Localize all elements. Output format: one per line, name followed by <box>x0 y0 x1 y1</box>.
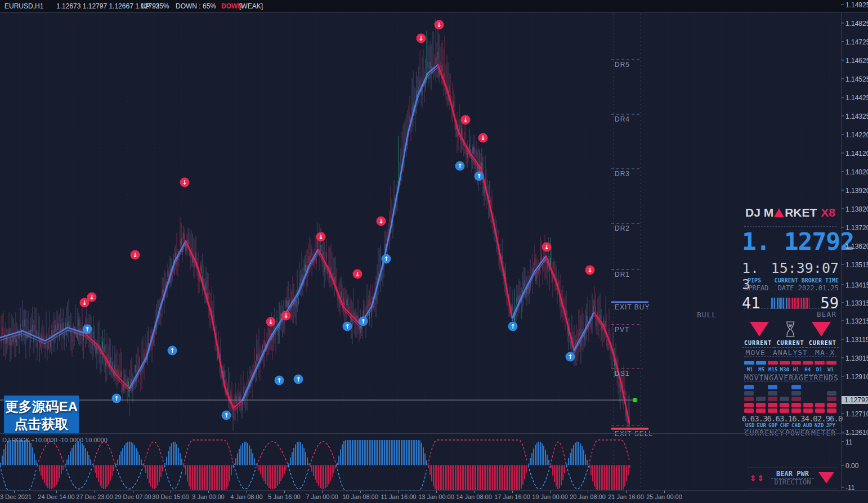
currency-code-chf: CHF <box>779 423 791 428</box>
power-segment <box>768 397 777 401</box>
power-segment <box>791 403 801 407</box>
dj-market-panel: DJ MRKETX8 1. 12792 1. 3 15:39:07 PIPS C… <box>742 204 839 433</box>
promo-ad-box[interactable]: 更多源码EA 点击获取 <box>4 396 79 434</box>
power-segment <box>803 403 813 407</box>
currency-value-nzd: 2.9 <box>817 414 830 423</box>
buy-arrow-icon: ↑ <box>169 347 175 354</box>
power-segment <box>756 403 766 407</box>
sell-arrow-icon: ↓ <box>463 116 468 124</box>
meter-bar <box>776 298 777 309</box>
promo-line1: 更多源码EA <box>5 398 78 415</box>
time-axis-tick <box>171 491 171 493</box>
power-segment <box>791 408 801 413</box>
time-axis-label: 10 Jan 08:00 <box>342 493 378 500</box>
meter-bar <box>781 298 782 309</box>
subwindow-separator[interactable] <box>0 433 868 434</box>
broker-time-label: CURRENT BROKER TIME <box>775 277 839 284</box>
time-axis-tick <box>399 491 399 493</box>
power-segment <box>780 403 789 407</box>
moving-average-trends-row: MOVING AVERAGE TRENDS <box>744 374 836 382</box>
currency-code-cad: CAD <box>790 423 802 428</box>
tf-trend-pill-h1 <box>791 361 802 365</box>
panel-divider <box>744 356 836 357</box>
time-axis-tick <box>284 491 285 493</box>
power-segment <box>791 391 801 396</box>
time-axis-tick <box>512 491 513 493</box>
time-axis-tick <box>322 491 323 493</box>
power-segment <box>768 403 777 407</box>
meter-bar <box>806 298 807 309</box>
buy-arrow-icon: ↑ <box>567 353 572 361</box>
time-axis-label: 11 Jan 16:00 <box>381 493 417 500</box>
current-max-label: CURRENT <box>807 340 839 348</box>
price-axis-label: 1.12610 <box>845 429 868 437</box>
power-segment <box>791 385 801 389</box>
time-axis-tick <box>588 491 588 493</box>
sell-arrow-icon: ↓ <box>283 312 288 320</box>
date-label: DATE 2022.01.25 <box>778 284 839 292</box>
price-axis-label: 1.14525 <box>845 75 868 83</box>
level-label-pvt: PVT <box>615 326 629 334</box>
buy-arrow-icon: ↑ <box>114 395 119 402</box>
triangle-logo-icon <box>774 208 784 217</box>
spread-label: SPREAD <box>742 284 768 292</box>
price-axis-label: 1.13415 <box>845 281 868 289</box>
price-axis-label: 1.14925 <box>845 1 868 9</box>
currency-power-bars <box>744 384 836 413</box>
signal-icons-row <box>742 321 839 338</box>
updown-arrows-icon: ⇕⇕ <box>750 471 765 483</box>
buy-arrow-icon: ↑ <box>383 255 388 263</box>
time-axis-label: 27 Dec 23:00 <box>76 493 113 500</box>
time-axis-label: 14 Jan 08:00 <box>456 493 492 500</box>
meter-bar <box>801 298 802 309</box>
time-axis-tick <box>550 491 551 493</box>
power-segment <box>815 403 825 407</box>
currency-column-gbp <box>768 385 777 413</box>
meter-bar <box>800 298 801 309</box>
price-axis-label: 1.13015 <box>845 354 868 362</box>
price-axis-label: 1.14120 <box>845 150 868 158</box>
power-segment <box>827 408 836 413</box>
time-axis-label: 19 Jan 00:00 <box>532 493 568 500</box>
currency-column-usd <box>744 385 754 413</box>
hourglass-icon <box>784 321 797 338</box>
tf-label-h1: H1 <box>790 367 802 372</box>
meter-bar <box>786 298 787 309</box>
tf-label-m5: M5 <box>756 367 768 372</box>
buy-arrow-icon: ↑ <box>223 412 229 419</box>
price-axis-label: 0.00 <box>845 462 858 470</box>
time-axis-label: 21 Jan 16:00 <box>608 493 644 500</box>
promo-line2: 点击获取 <box>15 415 69 433</box>
trends-label: TRENDS <box>809 374 839 382</box>
level-label-dr1: DR1 <box>615 271 630 279</box>
current-price-display: 1. 12792 <box>742 227 839 255</box>
current-max-triangle-down-icon <box>812 322 831 336</box>
buy-arrow-icon: ↑ <box>296 376 301 383</box>
sell-arrow-icon: ↓ <box>355 271 360 278</box>
meter-bar <box>788 298 789 309</box>
bear-value: 59 <box>820 294 839 312</box>
average-label: AVERAGE <box>774 374 809 382</box>
time-axis-label: 17 Jan 16:00 <box>494 493 530 500</box>
time-axis-label: 3 Jan 00:00 <box>192 493 225 500</box>
price-axis-label: 1.12710 <box>845 410 868 418</box>
scale-separator <box>841 12 842 490</box>
move-analyst-max-row: MOVE ANALYST MA-X <box>742 348 839 357</box>
power-segment <box>791 397 801 401</box>
time-axis-tick <box>436 491 437 493</box>
meter-bar <box>791 298 792 309</box>
tf-trend-pill-m1 <box>744 361 754 365</box>
tf-label-m30: M30 <box>779 367 791 372</box>
up-percent: UP : 35% <box>141 2 169 10</box>
currency-value-aud: 4.0 <box>804 414 817 423</box>
power-segment <box>756 408 766 413</box>
power-segment <box>803 408 813 413</box>
power-segment <box>827 391 836 396</box>
time-axis-tick <box>56 491 57 493</box>
price-axis-label: 1.14325 <box>845 113 868 120</box>
meter-bar <box>803 298 804 309</box>
bear-pwr-label: BEAR PWR <box>771 470 814 479</box>
time-axis-label: 13 Jan 00:00 <box>418 493 454 500</box>
buy-arrow-icon: ↑ <box>276 377 281 384</box>
time-axis-tick <box>247 491 247 493</box>
